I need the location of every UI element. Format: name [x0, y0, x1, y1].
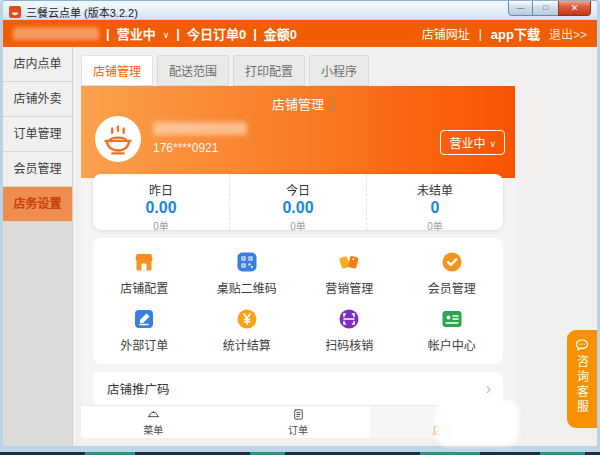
- order-doc-icon: [292, 408, 305, 421]
- account-center-icon: [440, 307, 464, 331]
- separator: |: [106, 26, 110, 41]
- grid-item-label: 帐户中心: [428, 336, 476, 353]
- customer-service-button[interactable]: 咨询客服: [567, 330, 597, 428]
- grid-item-label: 桌贴二维码: [217, 279, 277, 296]
- scan-verify-icon: [337, 307, 361, 331]
- today-amount: 金额0: [264, 24, 297, 43]
- panel-header: 店铺管理 176****0921: [81, 86, 515, 178]
- tab-store-management[interactable]: 店铺管理: [81, 55, 153, 86]
- grid-item-table-qr[interactable]: 桌贴二维码: [196, 244, 299, 301]
- grid-item-label: 店铺配置: [120, 279, 168, 296]
- avatar: [95, 116, 141, 162]
- stat-label: 未结单: [367, 181, 503, 198]
- nav-label: 订单: [288, 422, 308, 437]
- window-controls: — □ ✕: [508, 1, 591, 16]
- business-status-label: 营业中: [449, 134, 485, 151]
- chevron-right-icon: ›: [486, 380, 491, 398]
- stat-label: 今日: [230, 181, 366, 198]
- stat-unsettled: 未结单 0 0单: [366, 174, 503, 230]
- app-download-link[interactable]: app下载: [491, 24, 540, 43]
- chevron-down-icon[interactable]: ∨: [163, 30, 170, 40]
- member-check-icon: [440, 250, 464, 274]
- sidebar: 店内点单 店铺外卖 订单管理 会员管理 店务设置: [3, 47, 73, 446]
- nav-label: 菜单: [143, 422, 163, 437]
- sidebar-item-orders[interactable]: 订单管理: [3, 117, 72, 152]
- sidebar-item-takeout[interactable]: 店铺外卖: [3, 82, 72, 117]
- account-phone: 176****0921: [153, 141, 218, 155]
- content-area: 店内点单 店铺外卖 订单管理 会员管理 店务设置 店铺管理 配送范围 打印配置 …: [3, 47, 597, 446]
- chevron-down-icon: ∨: [489, 139, 496, 149]
- customer-service-label: 咨询客服: [574, 355, 591, 415]
- app-logo-icon: [9, 4, 21, 16]
- business-status-button[interactable]: 营业中 ∨: [440, 130, 505, 155]
- titlebar: 三餐云点单 (版本3.2.2) — □ ✕: [3, 1, 597, 20]
- grid-item-label: 统计结算: [223, 336, 271, 353]
- nav-item-menu[interactable]: 菜单: [81, 406, 226, 438]
- main-area: 店铺管理 配送范围 打印配置 小程序 店铺管理: [74, 47, 597, 446]
- separator: |: [176, 26, 180, 41]
- grid-item-label: 会员管理: [428, 279, 476, 296]
- stat-sub: 0单: [93, 218, 229, 233]
- nav-item-orders[interactable]: 订单: [226, 406, 371, 438]
- grid-item-statistics[interactable]: 统计结算: [196, 301, 299, 358]
- qr-code-icon: [235, 250, 259, 274]
- stat-today: 今日 0.00 0单: [229, 174, 366, 230]
- redacted-shop-name: [153, 122, 247, 135]
- yen-stats-icon: [235, 307, 259, 331]
- minimize-button[interactable]: —: [508, 1, 533, 16]
- grid-item-account-center[interactable]: 帐户中心: [401, 301, 504, 358]
- marketing-tags-icon: [337, 250, 361, 274]
- tab-print-config[interactable]: 打印配置: [233, 55, 305, 86]
- external-order-icon: [132, 307, 156, 331]
- separator: |: [479, 27, 482, 41]
- tab-bar: 店铺管理 配送范围 打印配置 小程序: [81, 55, 369, 86]
- separator: |: [253, 26, 257, 41]
- sidebar-item-store-settings[interactable]: 店务设置: [3, 187, 72, 222]
- desktop-sliver: [0, 448, 600, 455]
- stats-card: 昨日 0.00 0单 今日 0.00 0单 未结单 0 0单: [93, 174, 503, 230]
- panel-title: 店铺管理: [81, 86, 515, 113]
- storefront-icon: [132, 250, 156, 274]
- app-header-bar: | 营业中 ∨ | 今日订单0 | 金额0 店铺网址 | app下载 退出>>: [3, 20, 597, 47]
- promo-code-label: 店铺推广码: [107, 379, 170, 398]
- tab-mini-program[interactable]: 小程序: [309, 55, 369, 86]
- window-title: 三餐云点单 (版本3.2.2): [26, 4, 138, 20]
- sidebar-item-dine-in[interactable]: 店内点单: [3, 47, 72, 82]
- redacted-account-name: [13, 27, 99, 40]
- feature-grid-card: 店铺配置 桌贴二维码 营销管理 会员管理: [93, 238, 503, 364]
- chat-bubble-icon: [574, 337, 590, 353]
- grid-item-store-config[interactable]: 店铺配置: [93, 244, 196, 301]
- dish-icon: [147, 408, 160, 421]
- redacted-area: [435, 400, 519, 446]
- grid-item-label: 扫码核销: [325, 336, 373, 353]
- app-window: 三餐云点单 (版本3.2.2) — □ ✕ | 营业中 ∨ | 今日订单0 | …: [0, 0, 600, 449]
- grid-item-marketing[interactable]: 营销管理: [298, 244, 401, 301]
- stat-yesterday: 昨日 0.00 0单: [93, 174, 229, 230]
- today-orders-count: 今日订单0: [187, 24, 246, 43]
- stat-sub: 0单: [230, 218, 366, 233]
- stat-value: 0: [367, 199, 503, 217]
- stat-sub: 0单: [367, 218, 503, 233]
- business-status-dropdown[interactable]: 营业中: [117, 24, 156, 43]
- tab-delivery-range[interactable]: 配送范围: [157, 55, 229, 86]
- grid-item-external-orders[interactable]: 外部订单: [93, 301, 196, 358]
- stat-label: 昨日: [93, 181, 229, 198]
- stat-value: 0.00: [93, 199, 229, 217]
- grid-item-label: 营销管理: [325, 279, 373, 296]
- shop-url-link[interactable]: 店铺网址: [422, 25, 470, 42]
- maximize-button[interactable]: □: [533, 1, 558, 16]
- sidebar-item-members[interactable]: 会员管理: [3, 152, 72, 187]
- header-links: 店铺网址 | app下载 退出>>: [422, 24, 587, 43]
- promo-code-row[interactable]: 店铺推广码 ›: [93, 372, 503, 405]
- close-button[interactable]: ✕: [558, 1, 591, 16]
- grid-item-members[interactable]: 会员管理: [401, 244, 504, 301]
- grid-item-label: 外部订单: [120, 336, 168, 353]
- stat-value: 0.00: [230, 199, 366, 217]
- store-management-panel: 店铺管理 176****0921: [81, 86, 515, 438]
- logout-link[interactable]: 退出>>: [549, 25, 587, 42]
- noodle-bowl-icon: [95, 116, 141, 162]
- grid-item-scan-verify[interactable]: 扫码核销: [298, 301, 401, 358]
